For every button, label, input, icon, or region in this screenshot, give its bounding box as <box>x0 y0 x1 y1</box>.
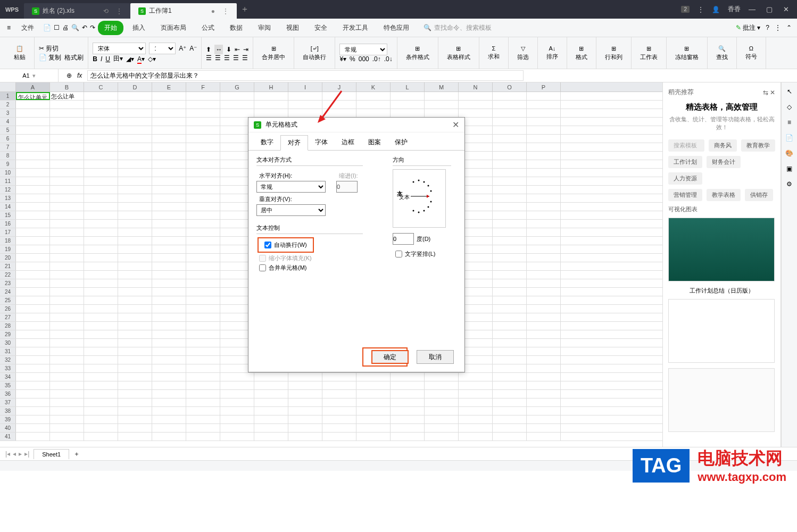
cell[interactable] <box>118 237 152 245</box>
cell[interactable] <box>84 415 118 423</box>
cell[interactable] <box>459 109 493 117</box>
cell[interactable] <box>152 305 186 313</box>
cell[interactable] <box>288 390 322 398</box>
cell[interactable] <box>152 364 186 372</box>
cell[interactable] <box>186 220 220 228</box>
help-icon[interactable]: ? <box>766 24 769 31</box>
cell[interactable] <box>493 381 527 389</box>
dec-decimal-icon[interactable]: .0↓ <box>384 55 393 63</box>
cell[interactable] <box>425 433 459 440</box>
cell[interactable] <box>84 313 118 321</box>
cell[interactable] <box>391 407 425 415</box>
cell[interactable] <box>50 169 84 177</box>
cell[interactable] <box>186 254 220 262</box>
autowrap-button[interactable]: [⤶]自动换行 <box>298 44 330 63</box>
row-header[interactable]: 12 <box>0 186 16 194</box>
find-button[interactable]: 🔍查找 <box>712 44 732 63</box>
cell[interactable] <box>527 356 561 364</box>
fill-color-button[interactable]: ◢▾ <box>126 55 134 63</box>
col-header[interactable]: E <box>152 82 186 92</box>
vertical-text-checkbox[interactable] <box>395 251 402 257</box>
cell[interactable] <box>254 415 288 423</box>
cell[interactable] <box>459 433 493 440</box>
menu-search[interactable]: 查找命令、搜索模板 <box>434 23 492 32</box>
cell[interactable] <box>527 296 561 304</box>
cell[interactable] <box>50 381 84 389</box>
menu-start[interactable]: 开始 <box>98 21 123 35</box>
cell[interactable] <box>84 135 118 143</box>
menu-insert[interactable]: 插入 <box>126 21 152 35</box>
cell[interactable] <box>356 92 391 100</box>
cell[interactable] <box>118 135 152 143</box>
cell[interactable] <box>152 356 186 364</box>
cell[interactable] <box>152 373 186 381</box>
inc-decimal-icon[interactable]: .0↑ <box>372 55 381 63</box>
col-header[interactable]: G <box>220 82 254 92</box>
cell[interactable] <box>16 373 50 381</box>
col-header[interactable]: A <box>16 82 50 92</box>
cell[interactable] <box>50 296 84 304</box>
row-header[interactable]: 7 <box>0 143 16 151</box>
cell[interactable] <box>152 109 186 117</box>
cell[interactable] <box>186 433 220 440</box>
cell[interactable] <box>254 390 288 398</box>
cell[interactable] <box>493 322 527 330</box>
cell[interactable] <box>186 211 220 219</box>
cell[interactable] <box>84 160 118 168</box>
cell[interactable] <box>152 118 186 126</box>
cell[interactable] <box>118 381 152 389</box>
percent-icon[interactable]: % <box>350 55 355 63</box>
cell[interactable] <box>527 143 561 151</box>
row-header[interactable]: 41 <box>0 433 16 440</box>
cell[interactable] <box>152 143 186 151</box>
cell[interactable] <box>186 194 220 202</box>
menu-safety[interactable]: 安全 <box>308 21 334 35</box>
tab-sync-icon[interactable]: ⟲ <box>103 7 109 15</box>
name-box[interactable]: A1 ▾ <box>0 69 59 82</box>
cell[interactable] <box>527 313 561 321</box>
row-header[interactable]: 31 <box>0 347 16 355</box>
cell[interactable] <box>16 254 50 262</box>
cell[interactable] <box>186 339 220 347</box>
cell[interactable] <box>254 433 288 440</box>
cell[interactable] <box>186 109 220 117</box>
cell[interactable] <box>118 220 152 228</box>
cell[interactable] <box>186 143 220 151</box>
cell[interactable] <box>493 313 527 321</box>
cell[interactable] <box>118 288 152 296</box>
cell[interactable] <box>50 160 84 168</box>
cell[interactable] <box>186 381 220 389</box>
sheet-first-icon[interactable]: |◂ <box>5 450 10 458</box>
freeze-button[interactable]: ⊞冻结窗格 <box>671 44 703 63</box>
cell[interactable] <box>527 279 561 287</box>
tag-item[interactable]: 教学表格 <box>707 189 741 201</box>
template-search[interactable]: 搜索模板 <box>668 139 704 152</box>
cell[interactable] <box>152 160 186 168</box>
row-header[interactable]: 28 <box>0 322 16 330</box>
ok-button[interactable]: 确定 <box>371 350 409 364</box>
cell[interactable] <box>220 415 254 423</box>
row-header[interactable]: 22 <box>0 271 16 279</box>
cell[interactable] <box>322 398 356 406</box>
cell[interactable] <box>186 296 220 304</box>
cell[interactable] <box>527 211 561 219</box>
row-header[interactable]: 19 <box>0 245 16 253</box>
cell[interactable] <box>322 390 356 398</box>
cell[interactable] <box>356 381 391 389</box>
cell[interactable] <box>527 339 561 347</box>
panel-close-icon[interactable]: ✕ <box>770 89 775 96</box>
cell[interactable] <box>16 169 50 177</box>
cell[interactable] <box>84 211 118 219</box>
cell[interactable] <box>527 364 561 372</box>
cell[interactable] <box>152 296 186 304</box>
cell[interactable] <box>50 203 84 211</box>
cell[interactable] <box>50 135 84 143</box>
cell[interactable] <box>527 228 561 236</box>
cell[interactable] <box>50 339 84 347</box>
menu-view[interactable]: 视图 <box>280 21 305 35</box>
cell[interactable] <box>84 118 118 126</box>
col-header[interactable]: H <box>254 82 288 92</box>
cell[interactable] <box>152 262 186 270</box>
merge-checkbox-row[interactable]: 合并单元格(M) <box>259 264 379 272</box>
degree-input[interactable] <box>393 233 414 245</box>
